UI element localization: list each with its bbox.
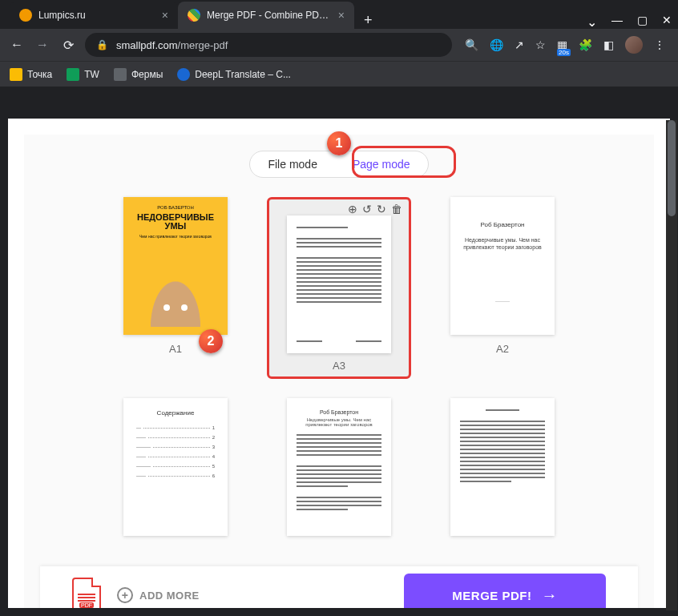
bookmark-icon bbox=[67, 68, 79, 81]
reload-button[interactable]: ⟳ bbox=[59, 38, 77, 53]
annotation-highlight bbox=[352, 146, 456, 178]
sidepanel-icon[interactable]: ◧ bbox=[603, 38, 614, 51]
menu-icon[interactable]: ⋮ bbox=[654, 38, 665, 51]
new-tab-button[interactable]: + bbox=[354, 12, 382, 29]
lock-icon: 🔒 bbox=[96, 39, 108, 50]
close-icon[interactable]: × bbox=[338, 9, 345, 22]
bookmark-icon[interactable]: ☆ bbox=[535, 38, 546, 51]
bookmark-deepl[interactable]: DeepL Translate – C... bbox=[177, 68, 291, 81]
pdf-icon: PDF bbox=[72, 578, 101, 608]
page-preview: Содержание —1 ——2 ———3 ——4 ———5 ——6 bbox=[123, 398, 228, 536]
annotation-callout-1: 1 bbox=[327, 131, 351, 155]
file-mode-button[interactable]: File mode bbox=[250, 151, 334, 177]
page-label: A3 bbox=[274, 360, 404, 372]
rotate-left-icon[interactable]: ↺ bbox=[362, 203, 372, 215]
chevron-down-icon[interactable]: ⌄ bbox=[587, 14, 597, 30]
page-thumb-a3[interactable]: ⊕ ↺ ↻ 🗑 A3 bbox=[267, 197, 411, 379]
minimize-button[interactable]: — bbox=[611, 14, 623, 29]
page-label: A2 bbox=[496, 343, 509, 355]
page-thumb-5[interactable]: Роб Бразертон Недоверчивые умы. Чем нас … bbox=[267, 398, 411, 536]
folder-icon bbox=[114, 68, 127, 81]
url-text: smallpdf.com/merge-pdf bbox=[116, 39, 228, 51]
avatar[interactable] bbox=[625, 36, 643, 54]
annotation-callout-2: 2 bbox=[199, 329, 223, 353]
extension-icon[interactable]: ▦20s bbox=[557, 38, 567, 51]
favicon-icon bbox=[188, 9, 200, 22]
page-preview bbox=[287, 215, 391, 353]
bookmark-tochka[interactable]: Точка bbox=[10, 68, 52, 81]
address-bar[interactable]: 🔒 smallpdf.com/merge-pdf bbox=[85, 33, 452, 57]
toolbar: ← → ⟳ 🔒 smallpdf.com/merge-pdf 🔍 🌐 ↗ ☆ ▦… bbox=[0, 29, 678, 61]
page-preview: Роб Бразертон Недоверчивые умы. Чем нас … bbox=[450, 197, 555, 335]
bottom-toolbar: PDF + ADD MORE MERGE PDF! → bbox=[40, 566, 638, 608]
close-icon[interactable]: × bbox=[162, 9, 168, 22]
bookmark-tw[interactable]: TW bbox=[67, 68, 99, 81]
page-thumb-a2[interactable]: Роб Бразертон Недоверчивые умы. Чем нас … bbox=[430, 197, 575, 379]
close-button[interactable]: ✕ bbox=[662, 14, 672, 29]
tab-title: Merge PDF - Combine PDF files o bbox=[207, 10, 332, 21]
merge-pdf-button[interactable]: MERGE PDF! → bbox=[404, 574, 606, 609]
merge-workspace: 1 2 File mode Page mode РОБ БАЗЕРТОН НЕД… bbox=[24, 135, 654, 608]
delete-icon[interactable]: 🗑 bbox=[391, 203, 402, 215]
window-controls: ⌄ — ▢ ✕ bbox=[587, 14, 678, 29]
page-label: A1 bbox=[169, 343, 182, 355]
page-content: 1 2 File mode Page mode РОБ БАЗЕРТОН НЕД… bbox=[8, 119, 670, 608]
add-more-button[interactable]: + ADD MORE bbox=[117, 587, 200, 603]
tabstrip: Lumpics.ru × Merge PDF - Combine PDF fil… bbox=[0, 0, 678, 29]
bookmark-icon bbox=[10, 68, 22, 81]
maximize-button[interactable]: ▢ bbox=[637, 14, 648, 29]
bookmark-icon bbox=[177, 68, 190, 81]
browser-chrome: Lumpics.ru × Merge PDF - Combine PDF fil… bbox=[0, 0, 678, 87]
page-tools: ⊕ ↺ ↻ 🗑 bbox=[348, 203, 402, 215]
back-button[interactable]: ← bbox=[8, 38, 26, 52]
page-preview: Роб Бразертон Недоверчивые умы. Чем нас … bbox=[287, 398, 391, 536]
search-icon[interactable]: 🔍 bbox=[465, 38, 478, 51]
tab-smallpdf[interactable]: Merge PDF - Combine PDF files o × bbox=[178, 2, 354, 29]
page-thumb-4[interactable]: Содержание —1 ——2 ———3 ——4 ———5 ——6 bbox=[103, 398, 248, 536]
page-preview bbox=[450, 398, 555, 536]
extensions-icon[interactable]: 🧩 bbox=[579, 38, 592, 51]
forward-button[interactable]: → bbox=[34, 38, 51, 52]
scroll-thumb[interactable] bbox=[668, 120, 676, 216]
translate-icon[interactable]: 🌐 bbox=[490, 38, 503, 51]
tab-lumpics[interactable]: Lumpics.ru × bbox=[10, 2, 178, 29]
share-icon[interactable]: ↗ bbox=[515, 38, 524, 51]
selected-page: ⊕ ↺ ↻ 🗑 A3 bbox=[267, 197, 411, 379]
rotate-right-icon[interactable]: ↻ bbox=[377, 203, 386, 215]
favicon-icon bbox=[19, 9, 32, 22]
arrow-right-icon: → bbox=[542, 586, 559, 605]
badge: 20s bbox=[557, 49, 571, 56]
page-thumb-6[interactable] bbox=[430, 398, 575, 536]
pages-grid: РОБ БАЗЕРТОН НЕДОВЕРЧИВЫЕ УМЫ Чем нас пр… bbox=[24, 197, 654, 557]
bookmarks-bar: Точка TW Фермы DeepL Translate – C... bbox=[0, 61, 678, 87]
page-preview: РОБ БАЗЕРТОН НЕДОВЕРЧИВЫЕ УМЫ Чем нас пр… bbox=[123, 197, 228, 335]
toolbar-actions: 🔍 🌐 ↗ ☆ ▦20s 🧩 ◧ ⋮ bbox=[460, 36, 670, 54]
zoom-icon[interactable]: ⊕ bbox=[348, 203, 357, 215]
plus-icon: + bbox=[117, 587, 133, 603]
page-thumb-a1[interactable]: РОБ БАЗЕРТОН НЕДОВЕРЧИВЫЕ УМЫ Чем нас пр… bbox=[103, 197, 248, 379]
tab-title: Lumpics.ru bbox=[38, 10, 155, 21]
scrollbar[interactable] bbox=[666, 120, 677, 610]
bookmark-fermy[interactable]: Фермы bbox=[114, 68, 163, 81]
